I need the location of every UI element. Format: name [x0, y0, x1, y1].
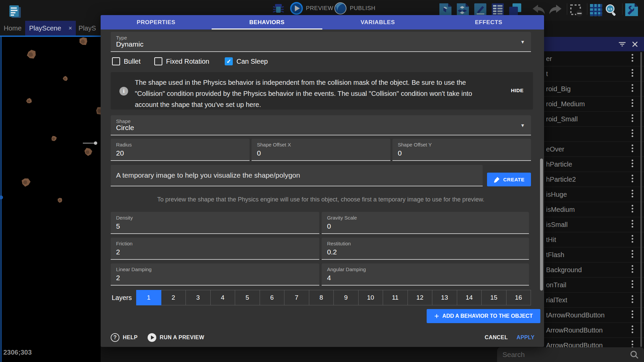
layer-cell-10[interactable]: 10: [359, 290, 383, 305]
layer-cell-4[interactable]: 4: [211, 290, 235, 305]
object-search-field[interactable]: Search: [497, 347, 644, 362]
layer-cell-8[interactable]: 8: [309, 290, 334, 305]
layer-cell-6[interactable]: 6: [260, 290, 285, 305]
checkbox-icon[interactable]: [112, 57, 120, 65]
kebab-menu-icon[interactable]: [632, 190, 633, 197]
close-icon[interactable]: [632, 41, 638, 47]
search-placeholder: Search: [502, 351, 630, 359]
layer-cell-13[interactable]: 13: [432, 290, 457, 305]
can-sleep-checkbox[interactable]: ✓ Can Sleep: [225, 57, 268, 65]
project-tools-icon[interactable]: [625, 3, 639, 17]
toolbar-separator: [622, 3, 623, 15]
layer-cell-11[interactable]: 11: [383, 290, 408, 305]
kebab-menu-icon[interactable]: [632, 310, 633, 318]
kebab-menu-icon[interactable]: [632, 235, 633, 243]
zoom-original-icon[interactable]: 1:1: [604, 3, 618, 17]
layer-cell-16[interactable]: 16: [506, 290, 531, 305]
hide-button[interactable]: HIDE: [511, 87, 524, 93]
shape-value: Circle: [116, 124, 134, 132]
friction-field[interactable]: Friction 2: [111, 238, 319, 260]
undo-icon[interactable]: [531, 4, 546, 16]
instances-list-icon[interactable]: [491, 3, 504, 16]
filter-icon[interactable]: [619, 41, 626, 47]
layer-cell-7[interactable]: 7: [284, 290, 309, 305]
preview-button[interactable]: PREVIEW: [306, 5, 333, 12]
checkbox-checked-icon[interactable]: ✓: [225, 57, 233, 65]
kebab-menu-icon[interactable]: [632, 129, 633, 137]
tab-home[interactable]: Home: [0, 21, 25, 36]
run-preview-button[interactable]: RUN A PREVIEW: [148, 330, 204, 345]
fixed-rotation-checkbox[interactable]: Fixed Rotation: [154, 57, 209, 65]
grid-icon[interactable]: [589, 3, 603, 17]
friction-value: 2: [116, 248, 120, 256]
tab-playscene2[interactable]: PlayS: [76, 21, 101, 36]
object-groups-icon[interactable]: [456, 3, 470, 16]
tab-properties[interactable]: PROPERTIES: [101, 15, 212, 29]
layer-cell-1[interactable]: 1: [136, 290, 161, 305]
radius-field[interactable]: Radius 20: [111, 139, 250, 161]
kebab-menu-icon[interactable]: [632, 175, 633, 182]
apply-button[interactable]: APPLY: [517, 330, 535, 345]
kebab-menu-icon[interactable]: [632, 144, 633, 152]
bullet-checkbox[interactable]: Bullet: [112, 57, 141, 65]
tab-behaviors[interactable]: BEHAVIORS: [212, 15, 323, 29]
edit-scene-icon[interactable]: [474, 3, 487, 16]
kebab-menu-icon[interactable]: [632, 99, 633, 107]
debug-icon[interactable]: [272, 2, 285, 15]
publish-button[interactable]: PUBLISH: [350, 5, 375, 12]
angular-damping-value: 4: [327, 274, 331, 282]
shape-offset-x-field[interactable]: Shape Offset X 0: [252, 139, 390, 161]
kebab-menu-icon[interactable]: [632, 69, 633, 77]
tab-variables[interactable]: VARIABLES: [322, 15, 433, 29]
restitution-field[interactable]: Restitution 0.2: [322, 238, 529, 260]
help-button[interactable]: ? HELP: [111, 330, 138, 345]
temp-image-field[interactable]: A temporary image to help you visualize …: [111, 165, 483, 186]
kebab-menu-icon[interactable]: [632, 160, 633, 167]
project-manager-icon[interactable]: [8, 4, 22, 18]
kebab-menu-icon[interactable]: [632, 205, 633, 213]
kebab-menu-icon[interactable]: [632, 114, 633, 122]
close-tab-icon[interactable]: ×: [68, 25, 72, 32]
layer-cell-14[interactable]: 14: [457, 290, 482, 305]
cancel-button[interactable]: CANCEL: [485, 330, 508, 345]
linear-damping-field[interactable]: Linear Damping 2: [111, 263, 319, 286]
kebab-menu-icon[interactable]: [632, 265, 633, 273]
tab-playscene[interactable]: PlayScene ×: [25, 21, 76, 36]
gravity-scale-field[interactable]: Gravity Scale 0: [322, 212, 529, 234]
layers-editor-icon[interactable]: [508, 3, 522, 16]
layer-cell-12[interactable]: 12: [408, 290, 433, 305]
layer-cell-15[interactable]: 15: [482, 290, 506, 305]
shape-offset-y-value: 0: [398, 149, 402, 157]
layer-cell-9[interactable]: 9: [334, 290, 359, 305]
panel-scrollbar[interactable]: [640, 52, 642, 347]
scene-canvas[interactable]: [0, 37, 101, 362]
density-field[interactable]: Density 5: [111, 212, 319, 234]
kebab-menu-icon[interactable]: [632, 54, 633, 62]
kebab-menu-icon[interactable]: [632, 295, 633, 303]
publish-icon[interactable]: [333, 1, 347, 15]
layer-cell-3[interactable]: 3: [186, 290, 211, 305]
shape-offset-y-field[interactable]: Shape Offset Y 0: [392, 139, 531, 161]
kebab-menu-icon[interactable]: [632, 220, 633, 228]
objects-editor-icon[interactable]: [439, 3, 452, 16]
object-name: isMedium: [546, 206, 575, 214]
kebab-menu-icon[interactable]: [632, 250, 633, 258]
shape-dropdown[interactable]: Shape Circle ▼: [111, 115, 531, 135]
add-behavior-button[interactable]: + ADD A BEHAVIOR TO THE OBJECT: [427, 309, 540, 323]
type-dropdown[interactable]: Type Dynamic ▼: [111, 32, 531, 52]
checkbox-icon[interactable]: [154, 57, 162, 65]
preview-icon[interactable]: [290, 2, 303, 15]
kebab-menu-icon[interactable]: [632, 280, 633, 288]
clear-selection-icon[interactable]: [570, 4, 584, 17]
tab-effects[interactable]: EFFECTS: [433, 15, 544, 29]
layer-cell-2[interactable]: 2: [161, 290, 186, 305]
kebab-menu-icon[interactable]: [632, 84, 633, 92]
angular-damping-field[interactable]: Angular Damping 4: [322, 263, 529, 286]
svg-text:1:1: 1:1: [608, 7, 612, 11]
dialog-scrollbar[interactable]: [540, 159, 543, 291]
create-button[interactable]: CREATE: [487, 173, 531, 186]
layer-cell-5[interactable]: 5: [235, 290, 260, 305]
redo-icon[interactable]: [548, 4, 563, 16]
kebab-menu-icon[interactable]: [632, 325, 633, 333]
preview-note: To preview the shape that the Physics en…: [111, 196, 531, 203]
